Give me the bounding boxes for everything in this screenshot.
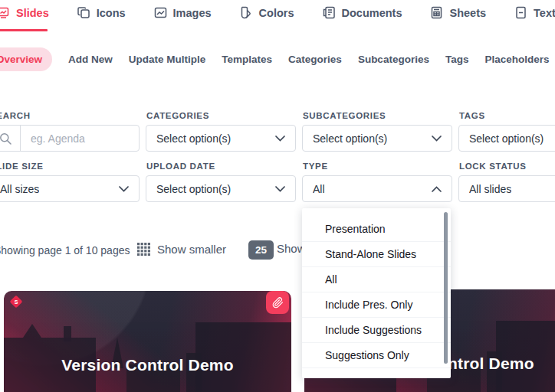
subcategories-value: Select option(s) xyxy=(313,132,387,145)
chevron-down-icon xyxy=(275,186,285,192)
tags-select[interactable]: Select option(s) xyxy=(458,125,555,152)
top-navigation: Slides Icons Images Colors Documents She… xyxy=(0,6,555,19)
subnav-add-new[interactable]: Add New xyxy=(68,54,113,65)
tags-label: TAGS xyxy=(459,111,485,120)
paperclip-icon xyxy=(272,297,284,309)
chevron-down-icon xyxy=(275,136,285,142)
search-input[interactable] xyxy=(21,132,139,145)
tab-label: Sheets xyxy=(449,7,486,19)
show-more-label: Show xyxy=(277,242,306,255)
type-option-include-suggestions[interactable]: Include Suggestions xyxy=(302,318,451,343)
slides-icon xyxy=(0,6,10,19)
sub-navigation: Overview Add New Update Multiple Templat… xyxy=(0,47,549,71)
subnav-tags[interactable]: Tags xyxy=(445,54,469,65)
dropdown-scrollbar[interactable] xyxy=(444,212,448,364)
tab-label: Documents xyxy=(342,7,402,19)
slide-size-select[interactable]: All sizes xyxy=(0,175,140,202)
chevron-up-icon xyxy=(432,186,442,192)
grid-view-icon[interactable] xyxy=(137,243,151,256)
search-icon-box xyxy=(0,126,21,151)
tab-icons[interactable]: Icons xyxy=(77,6,126,19)
type-select[interactable]: All xyxy=(302,175,452,202)
tab-label: Images xyxy=(173,7,212,19)
type-option-stand-alone-slides[interactable]: Stand-Alone Slides xyxy=(302,242,451,267)
tab-images[interactable]: Images xyxy=(154,6,212,19)
search-label: SEARCH xyxy=(0,111,31,120)
type-option-include-pres-only[interactable]: Include Pres. Only xyxy=(302,292,451,318)
tab-label: Colors xyxy=(259,7,294,19)
spreadsheet-icon xyxy=(430,6,443,19)
lock-status-value: All slides xyxy=(469,183,511,195)
type-dropdown-menu: Presentation Stand-Alone Slides All Incl… xyxy=(302,208,451,378)
upload-date-select[interactable]: Select option(s) xyxy=(146,175,296,202)
tab-colors[interactable]: Colors xyxy=(240,6,294,19)
document-icon xyxy=(323,6,336,19)
upload-date-label: UPLOAD DATE xyxy=(146,162,215,171)
subcategories-label: SUBCATEGORIES xyxy=(303,111,386,120)
logo-letter: S xyxy=(11,297,21,306)
tab-label: Text Snippets xyxy=(534,7,555,19)
text-snippet-icon xyxy=(514,6,527,19)
slide-thumbnail-image xyxy=(4,296,291,392)
chevron-down-icon xyxy=(432,136,442,142)
type-option-presentation[interactable]: Presentation xyxy=(302,217,451,242)
slide-title: Version Control Demo xyxy=(4,356,291,374)
show-smaller-button[interactable]: Show smaller xyxy=(157,243,226,256)
tab-text-snippets[interactable]: Text Snippets xyxy=(514,6,555,19)
slide-size-label: SLIDE SIZE xyxy=(0,162,44,171)
page-size-badge[interactable]: 25 xyxy=(248,240,274,260)
subnav-templates[interactable]: Templates xyxy=(222,54,272,65)
subcategories-select[interactable]: Select option(s) xyxy=(302,125,452,152)
type-label: TYPE xyxy=(303,162,328,171)
brand-diamond-logo: S xyxy=(10,296,23,309)
active-tab-underline xyxy=(0,29,48,31)
tab-sheets[interactable]: Sheets xyxy=(430,6,486,19)
type-option-suggestions-only[interactable]: Suggestions Only xyxy=(302,343,451,368)
subnav-categories[interactable]: Categories xyxy=(288,54,342,65)
search-field[interactable] xyxy=(0,125,140,152)
attach-button[interactable] xyxy=(266,291,289,314)
page-status-text: Showing page 1 of 10 pages xyxy=(0,244,130,256)
slide-card[interactable]: S Version Control Demo xyxy=(4,291,291,392)
lock-status-select[interactable]: All slides xyxy=(458,175,555,202)
subnav-placeholders[interactable]: Placeholders xyxy=(484,54,549,65)
slide-size-value: All sizes xyxy=(0,183,39,195)
categories-label: CATEGORIES xyxy=(146,111,209,120)
subnav-update-multiple[interactable]: Update Multiple xyxy=(129,54,206,65)
lock-status-label: LOCK STATUS xyxy=(459,162,527,171)
tags-value: Select option(s) xyxy=(469,132,544,145)
slide-library-page: Slides Icons Images Colors Documents She… xyxy=(0,0,555,392)
image-icon xyxy=(154,6,167,19)
copy-icon xyxy=(77,6,90,19)
swatches-icon xyxy=(240,6,253,19)
tab-documents[interactable]: Documents xyxy=(323,6,402,19)
tab-label: Icons xyxy=(97,7,126,19)
type-option-all[interactable]: All xyxy=(302,267,451,292)
search-icon xyxy=(0,132,11,145)
upload-date-value: Select option(s) xyxy=(156,183,231,195)
subnav-overview[interactable]: Overview xyxy=(0,47,52,71)
chevron-down-icon xyxy=(119,186,129,192)
tab-slides[interactable]: Slides xyxy=(0,6,49,19)
type-value: All xyxy=(313,183,325,195)
categories-select[interactable]: Select option(s) xyxy=(146,125,296,152)
subnav-subcategories[interactable]: Subcategories xyxy=(358,54,429,65)
categories-value: Select option(s) xyxy=(156,132,231,145)
tab-label: Slides xyxy=(16,7,49,19)
